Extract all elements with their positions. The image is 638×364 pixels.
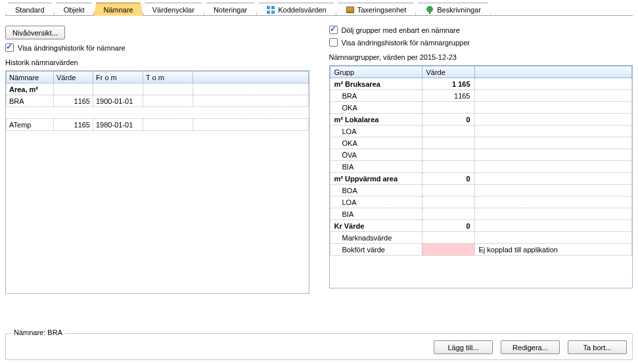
cell [193,95,309,107]
cell-varde [422,102,474,114]
group-row[interactable]: m² Lokalarea0 [330,114,632,125]
table-row[interactable]: LOA [330,196,632,208]
cell-note: Ej kopplad till applikation [474,244,632,256]
tab-label: Objekt [64,6,85,14]
cell-note [474,78,632,90]
right-section-title: Nämnargrupper, värden per 2015-12-23 [329,53,633,61]
table-row[interactable]: BRA1165 [330,90,632,102]
history-table: Nämnare Värde Fr o m T o m Area, m²BRA11… [6,71,309,131]
table-row[interactable]: BIA [330,161,632,173]
groups-table: Grupp Värde m² Bruksarea1 165BRA1165OKAm… [330,66,633,256]
table-row[interactable]: BIA [330,208,632,220]
show-history-checkbox[interactable]: Visa ändringshistorik för nämnare [5,43,309,52]
group-row[interactable]: Kr Värde0 [330,220,632,232]
tab-label: Beskrivningar [437,6,481,14]
cell-varde: 0 [422,173,474,185]
level-overview-button[interactable]: Nivåöversikt... [5,26,65,39]
table-row[interactable]: OKA [330,137,632,149]
cell [143,83,193,95]
cell-varde: 0 [422,220,474,232]
col-header-from[interactable]: Fr o m [93,72,143,83]
cell-varde [422,125,474,137]
cell-grupp: OKA [330,137,422,149]
cell: 1900-01-01 [93,95,143,107]
cell-varde [422,161,474,173]
tab-standard[interactable]: Standard [5,3,55,16]
col-header-grupp[interactable]: Grupp [330,66,422,78]
table-row[interactable]: OKA [330,102,632,114]
table-row[interactable]: BOA [330,185,632,196]
cell-varde [422,208,474,220]
tab-värdenycklar[interactable]: Värdenycklar [143,3,204,16]
app-window: StandardObjektNämnareVärdenycklarNoterin… [0,0,638,364]
cell: 1165 [54,95,93,107]
group-row[interactable]: m² Uppvärmd area0 [330,173,632,185]
cell-grupp: m² Bruksarea [330,78,422,90]
cell-varde [422,232,474,244]
hide-groups-label: Dölj grupper med enbart en nämnare [342,26,460,34]
delete-button[interactable]: Ta bort... [568,340,627,354]
table-row[interactable]: LOA [330,125,632,137]
body: Nivåöversikt... Visa ändringshistorik fö… [0,16,638,364]
cell: ATemp [7,119,54,131]
cell [54,83,93,95]
cell-note [474,220,632,232]
cell-note [474,114,632,125]
show-group-history-label: Visa ändringshistorik för nämnargrupper [342,39,470,47]
grid-icon [266,5,275,14]
table-row[interactable]: Area, m² [7,83,309,95]
left-top-row: Nivåöversikt... [5,26,309,39]
table-row [7,107,309,119]
tab-koddelsvärden[interactable]: Koddelsvärden [256,3,336,16]
cell-grupp: BRA [330,90,422,102]
table-row[interactable]: ÖVA [330,149,632,161]
cell [93,83,143,95]
table-row[interactable]: Bokfört värdeEj kopplad till applikation [330,244,632,256]
two-columns: Nivåöversikt... Visa ändringshistorik fö… [5,26,633,328]
cell-note [474,149,632,161]
cell-grupp: Marknadsvärde [330,232,422,244]
cell [193,119,309,131]
footer-label: Nämnare: BRA [11,329,65,336]
tab-beskrivningar[interactable]: Beskrivningar [415,3,491,16]
cell-note [474,90,632,102]
show-group-history-checkbox[interactable]: Visa ändringshistorik för nämnargrupper [329,38,633,47]
col-header-varde[interactable]: Värde [54,72,93,83]
table-row[interactable]: BRA11651900-01-01 [7,95,309,107]
add-button[interactable]: Lägg till... [434,340,493,354]
group-row[interactable]: m² Bruksarea1 165 [330,78,632,90]
tab-taxeringsenhet[interactable]: Taxeringsenhet [336,3,417,16]
table-row[interactable]: ATemp11651980-01-01 [7,119,309,131]
tab-label: Nämnare [103,6,133,14]
cell-grupp: LOA [330,196,422,208]
cell-varde [422,196,474,208]
cell-grupp: Bokfört värde [330,244,422,256]
col-header-tom[interactable]: T o m [143,72,193,83]
tab-nämnare[interactable]: Nämnare [93,3,143,16]
show-history-label: Visa ändringshistorik för nämnare [18,44,125,52]
checkbox-icon [329,38,338,47]
cell-note [474,173,632,185]
cell-varde [422,244,474,256]
tab-label: Standard [15,6,45,14]
tab-objekt[interactable]: Objekt [54,3,95,16]
edit-button[interactable]: Redigera... [501,340,560,354]
table-row[interactable]: Marknadsvärde [330,232,632,244]
col-header-rest [474,66,632,78]
tab-strip: StandardObjektNämnareVärdenycklarNoterin… [0,1,638,16]
tab-noteringar[interactable]: Noteringar [204,3,257,16]
cell-varde: 1 165 [422,78,474,90]
cell: BRA [7,95,54,107]
cell [193,83,309,95]
hide-groups-checkbox[interactable]: Dölj grupper med enbart en nämnare [329,26,633,34]
cell [143,119,193,131]
col-header-namnare[interactable]: Nämnare [7,72,54,83]
col-header-grp-varde[interactable]: Värde [422,66,474,78]
footer-groupbox: Nämnare: BRA Lägg till... Redigera... Ta… [5,333,633,360]
tab-label: Koddelsvärden [278,6,326,14]
cell-grupp: LOA [330,125,422,137]
cell-note [474,125,632,137]
cell-note [474,185,632,196]
left-column: Nivåöversikt... Visa ändringshistorik fö… [5,26,309,328]
cell-note [474,208,632,220]
